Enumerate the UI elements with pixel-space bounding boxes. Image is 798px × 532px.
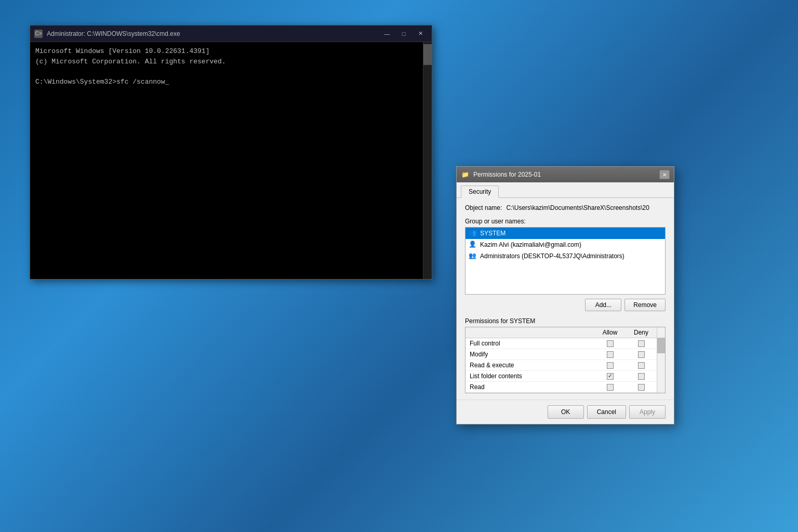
user-label-administrators: Administrators (DESKTOP-4L537JQ\Administ… — [480, 252, 624, 260]
dialog-titlebar: 📁 Permissions for 2025-01 ✕ — [457, 167, 674, 182]
user-icon-system: 👥 — [469, 229, 477, 237]
perm-row-fullcontrol: Full control — [466, 338, 665, 349]
checkbox-deny-readexecute[interactable] — [638, 362, 645, 369]
cmd-maximize-button[interactable]: □ — [396, 29, 411, 39]
user-label-system: SYSTEM — [480, 230, 506, 237]
ok-button[interactable]: OK — [548, 405, 584, 419]
user-item-kazim[interactable]: 👤 Kazim Alvi (kazimalialvi@gmail.com) — [466, 239, 665, 250]
perm-allow-read[interactable] — [594, 382, 626, 393]
perm-row-modify: Modify — [466, 349, 665, 360]
object-name-label: Object name: — [465, 204, 502, 211]
cmd-prompt: C:\Windows\System32>sfc /scannow_ — [35, 77, 427, 87]
apply-button[interactable]: Apply — [629, 405, 666, 419]
perm-allow-readexecute[interactable] — [594, 360, 626, 371]
perm-scrollbar-thumb — [657, 338, 665, 353]
checkbox-allow-modify[interactable] — [607, 351, 614, 358]
perm-scrollbar[interactable] — [657, 327, 665, 393]
dialog-tabs: Security — [457, 182, 674, 198]
dialog-footer: OK Cancel Apply — [457, 400, 674, 424]
perm-col-allow: Allow — [594, 327, 626, 338]
permissions-label: Permissions for SYSTEM — [465, 317, 666, 325]
checkbox-allow-listfolder[interactable] — [607, 373, 614, 380]
perm-row-read: Read — [466, 382, 665, 393]
perm-deny-readexecute[interactable] — [626, 360, 657, 371]
user-item-system[interactable]: 👥 SYSTEM — [466, 228, 665, 239]
cancel-button[interactable]: Cancel — [587, 405, 626, 419]
cmd-content: Microsoft Windows [Version 10.0.22631.43… — [30, 42, 432, 91]
perm-allow-listfolder[interactable] — [594, 371, 626, 382]
permissions-dialog: 📁 Permissions for 2025-01 ✕ Security Obj… — [456, 166, 674, 424]
cmd-icon: C> — [34, 30, 43, 38]
checkbox-allow-read[interactable] — [607, 384, 614, 391]
cmd-minimize-button[interactable]: — — [380, 29, 394, 39]
cmd-line1: Microsoft Windows [Version 10.0.22631.43… — [35, 46, 427, 57]
cmd-close-button[interactable]: ✕ — [413, 29, 428, 39]
user-btn-row: Add... Remove — [465, 299, 666, 311]
dialog-close-button[interactable]: ✕ — [659, 170, 670, 179]
perm-col-name — [466, 327, 594, 338]
checkbox-allow-fullcontrol[interactable] — [607, 340, 614, 347]
checkbox-deny-modify[interactable] — [638, 351, 645, 358]
perm-name-modify: Modify — [466, 349, 594, 360]
perm-name-read: Read — [466, 382, 594, 393]
remove-button[interactable]: Remove — [624, 299, 666, 311]
perm-deny-fullcontrol[interactable] — [626, 338, 657, 349]
cmd-scrollbar[interactable] — [423, 42, 432, 279]
perm-deny-modify[interactable] — [626, 349, 657, 360]
cmd-titlebar: C> Administrator: C:\WINDOWS\system32\cm… — [30, 25, 432, 42]
checkbox-deny-listfolder[interactable] — [638, 373, 645, 380]
group-label: Group or user names: — [465, 218, 666, 225]
perm-deny-listfolder[interactable] — [626, 371, 657, 382]
perm-row-listfolder: List folder contents — [466, 371, 665, 382]
dialog-body: Object name: C:\Users\kazim\Documents\Sh… — [457, 198, 674, 400]
users-list[interactable]: 👥 SYSTEM 👤 Kazim Alvi (kazimalialvi@gmai… — [465, 227, 666, 295]
perm-col-deny: Deny — [626, 327, 657, 338]
checkbox-deny-read[interactable] — [638, 384, 645, 391]
user-item-administrators[interactable]: 👥 Administrators (DESKTOP-4L537JQ\Admini… — [466, 250, 665, 262]
cmd-scrollbar-thumb — [423, 44, 432, 65]
tab-security[interactable]: Security — [461, 185, 499, 198]
permissions-table: Allow Deny Full control — [466, 327, 665, 393]
object-name-value: C:\Users\kazim\Documents\ShareX\Screensh… — [506, 204, 649, 211]
cmd-controls: — □ ✕ — [380, 29, 428, 39]
cmd-title: Administrator: C:\WINDOWS\system32\cmd.e… — [47, 30, 376, 37]
perm-name-listfolder: List folder contents — [466, 371, 594, 382]
perm-name-readexecute: Read & execute — [466, 360, 594, 371]
perm-row-readexecute: Read & execute — [466, 360, 665, 371]
user-icon-kazim: 👤 — [469, 241, 477, 249]
dialog-folder-icon: 📁 — [461, 170, 469, 179]
cmd-line2: (c) Microsoft Corporation. All rights re… — [35, 57, 427, 67]
user-icon-administrators: 👥 — [469, 252, 477, 260]
perm-name-fullcontrol: Full control — [466, 338, 594, 349]
checkbox-deny-fullcontrol[interactable] — [638, 340, 645, 347]
perm-allow-modify[interactable] — [594, 349, 626, 360]
cmd-line3 — [35, 66, 427, 77]
object-name-row: Object name: C:\Users\kazim\Documents\Sh… — [465, 204, 666, 211]
permissions-table-wrapper: Allow Deny Full control — [465, 327, 666, 393]
perm-allow-fullcontrol[interactable] — [594, 338, 626, 349]
dialog-title: Permissions for 2025-01 — [473, 171, 655, 178]
add-button[interactable]: Add... — [585, 299, 621, 311]
cmd-window[interactable]: C> Administrator: C:\WINDOWS\system32\cm… — [30, 25, 432, 280]
user-label-kazim: Kazim Alvi (kazimalialvi@gmail.com) — [480, 241, 581, 248]
perm-deny-read[interactable] — [626, 382, 657, 393]
checkbox-allow-readexecute[interactable] — [607, 362, 614, 369]
